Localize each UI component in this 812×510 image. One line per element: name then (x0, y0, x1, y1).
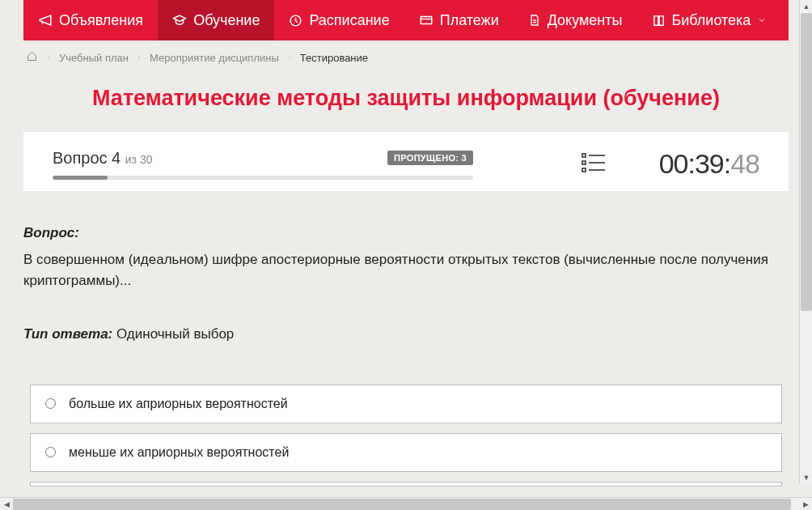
answer-type-line: Тип ответа: Одиночный выбор (23, 326, 789, 342)
answer-type-label: Тип ответа: (23, 326, 112, 342)
question-list-button[interactable] (582, 151, 607, 177)
breadcrumb-home[interactable] (26, 50, 38, 65)
scroll-thumb[interactable] (13, 499, 791, 510)
breadcrumb-item[interactable]: Мероприятие дисциплины (150, 52, 279, 64)
question-label: Вопрос: (23, 225, 79, 240)
option-item[interactable]: меньше их априорных вероятностей (30, 433, 782, 472)
grad-cap-icon (172, 13, 187, 28)
option-text: больше их априорных вероятностей (69, 397, 288, 411)
scroll-up-arrow[interactable]: ▲ (800, 0, 812, 13)
progress-fill (53, 176, 108, 180)
progress-bar (53, 176, 473, 180)
skipped-badge: ПРОПУЩЕНО: 3 (387, 151, 473, 165)
nav-schedule[interactable]: Расписание (274, 0, 404, 40)
question-number: 4 (112, 149, 121, 167)
breadcrumb-current: Тестирование (300, 52, 368, 64)
nav-label: Объявления (59, 12, 143, 29)
nav-label: Документы (548, 12, 623, 29)
answer-type-value: Одиночный выбор (116, 326, 234, 342)
horizontal-scrollbar[interactable]: ◀ ▶ (0, 497, 812, 510)
chevron-right-icon (44, 53, 53, 62)
scroll-left-arrow[interactable]: ◀ (0, 498, 13, 511)
option-radio[interactable] (45, 398, 56, 409)
chevron-right-icon (285, 53, 294, 62)
doc-icon (528, 14, 541, 27)
nav-library[interactable]: Библиотека (637, 0, 782, 40)
scroll-track[interactable] (801, 13, 812, 471)
option-radio[interactable] (45, 447, 56, 457)
timer: 00:39:48 (659, 148, 759, 180)
question-counter: Вопрос 4 из 30 (53, 149, 153, 168)
option-item[interactable]: больше их априорных вероятностей (30, 385, 782, 423)
nav-payments[interactable]: Платежи (404, 0, 514, 40)
question-of: из (125, 153, 137, 166)
question-text: В совершенном (идеальном) шифре апостери… (23, 249, 789, 292)
book-icon (652, 14, 666, 28)
card-icon (419, 13, 433, 28)
question-total: 30 (140, 153, 153, 166)
svg-rect-4 (582, 168, 586, 172)
scroll-right-arrow[interactable]: ▶ (799, 498, 812, 511)
question-word: Вопрос (53, 149, 108, 167)
nav-label: Библиотека (672, 12, 751, 29)
nav-label: Обучение (193, 12, 260, 29)
breadcrumb: Учебный план Мероприятие дисциплины Тест… (0, 40, 812, 74)
nav-label: Расписание (309, 12, 389, 29)
vertical-scrollbar[interactable]: ▲ ▼ (799, 0, 812, 484)
timer-seconds: 48 (730, 148, 759, 179)
chevron-right-icon (135, 53, 143, 62)
svg-rect-3 (582, 161, 586, 164)
chevron-down-icon (757, 15, 767, 25)
main-nav: Объявления Обучение Расписание Платежи (23, 0, 789, 40)
status-card: Вопрос 4 из 30 ПРОПУЩЕНО: 3 (23, 132, 789, 191)
nav-label: Платежи (440, 12, 499, 29)
home-icon (26, 53, 38, 65)
options-list: больше их априорных вероятностей меньше … (23, 385, 789, 487)
megaphone-icon (38, 13, 53, 28)
question-label-line: Вопрос: (23, 225, 789, 241)
timer-main: 00:39: (659, 148, 731, 179)
svg-rect-1 (421, 17, 432, 24)
nav-documents[interactable]: Документы (514, 0, 637, 40)
scroll-track[interactable] (13, 499, 799, 510)
option-text: меньше их априорных вероятностей (69, 445, 289, 460)
breadcrumb-item[interactable]: Учебный план (59, 52, 129, 64)
nav-learning[interactable]: Обучение (158, 0, 274, 40)
option-item[interactable] (30, 482, 782, 487)
scroll-down-arrow[interactable]: ▼ (800, 471, 812, 484)
page-title: Математические методы защиты информации … (0, 86, 812, 111)
svg-rect-2 (582, 154, 586, 157)
clock-icon (289, 14, 302, 28)
nav-announcements[interactable]: Объявления (23, 0, 158, 40)
scroll-thumb[interactable] (801, 13, 812, 311)
